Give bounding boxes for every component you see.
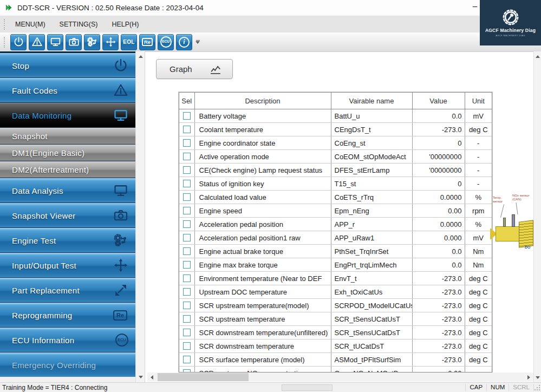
scroll-down-button[interactable] <box>136 373 145 381</box>
sidebar-item-dm2-aftertreatment[interactable]: DM2(Aftertreatment) <box>0 161 135 178</box>
menu-item-menu[interactable]: MENU(M) <box>10 18 50 30</box>
row-variable-name: DFES_stErrLamp <box>331 164 412 177</box>
toolbar-fault-codes-button[interactable] <box>29 34 45 50</box>
fault-codes-icon <box>113 83 128 98</box>
menu-item-help[interactable]: HELP(H) <box>107 18 144 30</box>
row-checkbox[interactable] <box>183 329 191 336</box>
sidebar-item-label: DM2(Aftertreatment) <box>12 165 89 174</box>
power-icon <box>13 36 24 48</box>
table-row[interactable]: Engine speedEpm_nEng0.00rpm <box>179 204 492 218</box>
table-row[interactable]: Engine actual brake torquePthSet_TrqInrS… <box>179 245 492 258</box>
table-row[interactable]: SCR upstream NOx concentrationCom_NO_N_M… <box>179 367 492 373</box>
row-checkbox[interactable] <box>183 112 191 120</box>
row-checkbox[interactable] <box>183 247 191 255</box>
table-row[interactable]: SCR upstream temperature(model)SCRPOD_tM… <box>179 299 492 312</box>
table-row[interactable]: SCR downstream temperatureSCR_tUCatDsT-2… <box>179 339 492 353</box>
toolbar-power-button[interactable] <box>10 34 27 50</box>
minimize-button[interactable]: – <box>471 1 479 10</box>
row-checkbox[interactable] <box>183 139 191 147</box>
row-value: -273.0 <box>412 272 465 285</box>
row-checkbox[interactable] <box>183 315 191 323</box>
resize-grip[interactable] <box>535 385 540 391</box>
sidebar-item-data-monitoring[interactable]: Data Monitoring <box>0 103 135 127</box>
table-row[interactable]: Active operation modeCoEOM_stOpModeAct'0… <box>179 150 492 164</box>
nox-sensor-graphic <box>512 214 515 227</box>
scroll-down-button[interactable] <box>535 374 541 381</box>
column-header-sel: Sel <box>179 93 194 109</box>
row-description: Upstream DOC temperature <box>194 285 331 299</box>
row-checkbox[interactable] <box>183 261 191 269</box>
scroll-left-button[interactable] <box>147 373 157 382</box>
sidebar-item-label: Stop <box>12 61 29 70</box>
sidebar-item-part-replacement[interactable]: Part Replacement <box>0 278 135 302</box>
row-checkbox[interactable] <box>183 275 191 282</box>
toolbar-snapshot-button[interactable] <box>66 34 82 50</box>
sidebar-item-data-analysis[interactable]: Data Analysis <box>0 178 135 202</box>
row-checkbox[interactable] <box>183 220 191 228</box>
toolbar-engine-test-button[interactable] <box>84 34 100 50</box>
table-row[interactable]: Engine coordinator stateCoEng_st0- <box>179 136 492 150</box>
table-row[interactable]: Engine max brake torqueEngPrt_trqLimMech… <box>179 258 492 272</box>
sidebar-item-fault-codes[interactable]: Fault Codes <box>0 78 135 102</box>
table-row[interactable]: Acceleration pedal position1 rawAPP_uRaw… <box>179 231 492 245</box>
horizontal-scroll-thumb[interactable] <box>158 373 249 381</box>
temp-sensor-graphic <box>503 218 506 227</box>
row-checkbox[interactable] <box>183 356 191 363</box>
row-checkbox[interactable] <box>183 234 191 241</box>
table-row[interactable]: Calculated load valueCoETS_rTrq0.0000% <box>179 191 492 204</box>
sidebar-item-ecu-information[interactable]: ECU InformationECU <box>0 328 135 352</box>
sidebar-item-snapshot[interactable]: Snapshot <box>0 128 135 144</box>
table-row[interactable]: CE(Check engine) Lamp request statusDFES… <box>179 164 492 177</box>
overflow-bar <box>196 40 200 41</box>
toolbar-reprogramming-button[interactable]: Re <box>139 34 155 50</box>
column-header-description: Description <box>194 93 331 109</box>
toolbar-overflow-button[interactable] <box>195 40 200 44</box>
row-unit: Nm <box>465 258 492 272</box>
toolbar-io-test-button[interactable] <box>102 34 119 50</box>
row-variable-name: APP_r <box>331 218 412 231</box>
table-row[interactable]: SCR surface temperature (model)ASMod_tPF… <box>179 353 492 367</box>
row-checkbox[interactable] <box>183 153 191 160</box>
row-checkbox[interactable] <box>183 180 191 187</box>
table-row[interactable]: Battery voltageBattU_u0.0mV <box>179 109 492 123</box>
row-checkbox[interactable] <box>183 288 191 296</box>
table-row[interactable]: Environment temperature (Near to DEFEnvT… <box>179 272 492 285</box>
status-message: Training Mode = TIER4 : Connecting <box>2 384 107 391</box>
table-row[interactable]: Status of ignition keyT15_st0- <box>179 177 492 191</box>
row-variable-name: CEngDsT_t <box>331 123 412 136</box>
menu-bar: MENU(M) SETTING(S) HELP(H) <box>0 15 541 33</box>
row-unit: deg C <box>465 285 492 299</box>
row-checkbox[interactable] <box>183 342 191 350</box>
row-checkbox[interactable] <box>183 166 191 174</box>
table-row[interactable]: SCR downstream temperature(unfiltered)SC… <box>179 326 492 339</box>
sidebar-item-dm1-engine-basic[interactable]: DM1(Engine Basic) <box>0 145 135 161</box>
toolbar-ecu-button[interactable]: ECU <box>158 34 174 50</box>
part-replacement-icon <box>113 283 128 298</box>
toolbar-info-button[interactable]: i <box>176 34 192 50</box>
graph-button[interactable]: Graph <box>156 59 233 79</box>
scroll-up-button[interactable] <box>535 53 541 60</box>
table-row[interactable]: Coolant temperatureCEngDsT_t-273.0deg C <box>179 123 492 136</box>
toolbar-data-monitoring-button[interactable] <box>47 34 63 50</box>
sidebar-item-snapshot-viewer[interactable]: Snapshot Viewer <box>0 203 135 227</box>
row-checkbox[interactable] <box>183 302 191 309</box>
sidebar-item-io-test[interactable]: Input/Output Test <box>0 253 135 277</box>
sidebar-scrollbar[interactable] <box>135 51 145 382</box>
row-checkbox[interactable] <box>183 207 191 214</box>
main-vertical-scrollbar[interactable] <box>533 51 541 382</box>
sidebar-item-engine-test[interactable]: Engine Test <box>0 228 135 252</box>
scroll-up-button[interactable] <box>136 53 145 61</box>
row-checkbox[interactable] <box>183 126 191 133</box>
table-row[interactable]: Acceleration pedal positionAPP_r0.0000% <box>179 218 492 231</box>
row-checkbox[interactable] <box>183 193 191 201</box>
sidebar-item-stop[interactable]: Stop <box>0 53 135 77</box>
table-row[interactable]: SCR upstream temperatureSCR_tSensUCatUsT… <box>179 312 492 326</box>
row-description: SCR downstream temperature <box>194 339 331 353</box>
toolbar-eol-button[interactable]: EOL <box>121 34 137 50</box>
horizontal-scrollbar[interactable] <box>147 373 533 382</box>
table-row[interactable]: Upstream DOC temperatureExh_tOxiCatUs-27… <box>179 285 492 299</box>
arrow-down-icon <box>139 376 143 378</box>
sidebar-item-reprogramming[interactable]: ReprogrammingRe <box>0 303 135 327</box>
menu-item-setting[interactable]: SETTING(S) <box>55 18 103 30</box>
scroll-right-button[interactable] <box>524 373 533 382</box>
